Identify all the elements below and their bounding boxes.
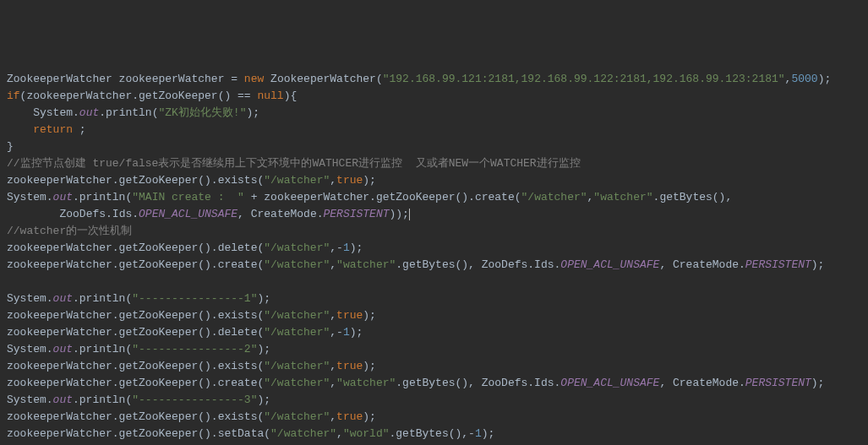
code-token: ); xyxy=(811,377,825,389)
code-token: return xyxy=(33,123,79,136)
code-token: zookeeperWatcher.getZooKeeper().create( xyxy=(7,258,264,271)
code-line[interactable]: //watcher的一次性机制 xyxy=(7,223,861,240)
code-token: null xyxy=(257,90,283,102)
code-token: ); xyxy=(257,292,270,305)
code-token: zookeeperWatcher.getZooKeeper().exists( xyxy=(7,174,264,187)
code-line[interactable]: zookeeperWatcher.getZooKeeper().delete("… xyxy=(7,324,861,341)
code-line[interactable] xyxy=(7,274,861,290)
text-cursor xyxy=(409,209,410,220)
code-token: .println( xyxy=(99,106,158,119)
code-token: ,- xyxy=(330,241,343,254)
code-token: ; xyxy=(79,123,86,136)
code-token: 5000 xyxy=(791,73,817,85)
code-token: .println( xyxy=(73,343,132,355)
code-token: "192.168.99.121:2181,192.168.99.122:2181… xyxy=(383,73,785,85)
code-token: ZooDefs.Ids. xyxy=(59,208,139,220)
code-token: "/watcher" xyxy=(264,241,330,254)
code-token: PERSISTENT xyxy=(324,208,390,220)
code-token: System. xyxy=(7,191,53,204)
code-token: ); xyxy=(350,241,363,254)
code-token: ); xyxy=(363,174,376,187)
code-token: System. xyxy=(7,292,53,305)
code-line[interactable]: System.out.println("MAIN create : " + zo… xyxy=(7,189,861,206)
code-token: "/watcher" xyxy=(521,191,587,204)
code-line[interactable]: //监控节点创建 true/false表示是否继续用上下文环境中的WATHCER… xyxy=(7,155,861,172)
code-token: "watcher" xyxy=(593,191,652,204)
code-token: + zookeeperWatcher.getZooKeeper().create… xyxy=(251,191,521,204)
code-editor[interactable]: ZookeeperWatcher zookeeperWatcher = new … xyxy=(7,71,861,445)
code-token: PERSISTENT xyxy=(745,377,811,389)
code-line[interactable]: return ; xyxy=(7,122,861,138)
code-token: "ZK初始化失败!" xyxy=(158,106,246,119)
code-token: , CreateMode. xyxy=(659,258,745,271)
code-token: ); xyxy=(257,393,270,406)
code-token: (zookeeperWatcher.getZooKeeper() == xyxy=(20,90,258,102)
code-token: PERSISTENT xyxy=(745,258,811,271)
code-token: "----------------2" xyxy=(132,343,257,355)
code-token: , xyxy=(330,360,336,372)
indent xyxy=(7,106,33,119)
code-token: .getBytes(), ZooDefs.Ids. xyxy=(396,258,560,271)
code-token: "----------------1" xyxy=(132,292,257,305)
code-token: OPEN_ACL_UNSAFE xyxy=(560,258,659,271)
code-token: 1 xyxy=(343,241,350,254)
code-line[interactable]: ZooDefs.Ids.OPEN_ACL_UNSAFE, CreateMode.… xyxy=(7,206,861,223)
indent xyxy=(7,123,33,136)
code-token: true xyxy=(336,309,363,322)
code-token: out xyxy=(53,292,73,305)
code-token: "/watcher" xyxy=(264,174,330,187)
code-token: "/watcher" xyxy=(264,360,330,372)
code-line[interactable]: if(zookeeperWatcher.getZooKeeper() == nu… xyxy=(7,88,861,105)
code-line[interactable]: zookeeperWatcher.getZooKeeper().create("… xyxy=(7,375,861,392)
code-token: ); xyxy=(363,309,376,322)
code-token: ); xyxy=(257,343,270,355)
code-token: "MAIN create : " xyxy=(132,191,250,204)
code-token: )); xyxy=(390,208,409,220)
code-token: zookeeperWatcher.getZooKeeper().delete( xyxy=(7,326,264,339)
code-token: , xyxy=(330,410,336,423)
code-token: .println( xyxy=(73,292,132,305)
code-line[interactable]: System.out.println("ZK初始化失败!"); xyxy=(7,105,861,122)
code-token: "world" xyxy=(343,427,390,440)
code-token: "watcher" xyxy=(336,377,396,389)
code-token: System. xyxy=(7,393,53,406)
code-token: "----------------3" xyxy=(132,393,257,406)
code-token: ){ xyxy=(284,90,298,102)
code-token: OPEN_ACL_UNSAFE xyxy=(139,208,237,220)
code-token: , xyxy=(330,309,336,322)
code-token: System. xyxy=(7,343,53,355)
code-line[interactable]: System.out.println("----------------1"); xyxy=(7,290,861,307)
code-line[interactable]: zookeeperWatcher.getZooKeeper().exists("… xyxy=(7,307,861,324)
code-line[interactable]: zookeeperWatcher.getZooKeeper().setData(… xyxy=(7,426,861,442)
code-token: if xyxy=(7,90,20,102)
code-line[interactable]: System.out.println("----------------3"); xyxy=(7,392,861,409)
code-token: } xyxy=(7,140,14,153)
code-token: ,- xyxy=(330,326,343,339)
code-token: zookeeperWatcher.getZooKeeper().create( xyxy=(7,377,264,389)
code-token: true xyxy=(336,360,363,372)
code-token: , xyxy=(330,377,336,389)
code-token: .println( xyxy=(73,393,132,406)
code-line[interactable]: } xyxy=(7,138,861,155)
code-token: ); xyxy=(350,326,363,339)
indent xyxy=(7,208,59,220)
code-line[interactable]: zookeeperWatcher.getZooKeeper().exists("… xyxy=(7,409,861,426)
code-line[interactable]: System.out.println("----------------2"); xyxy=(7,341,861,358)
code-token: , xyxy=(330,258,336,271)
code-token: ZookeeperWatcher( xyxy=(270,73,383,85)
code-line[interactable]: zookeeperWatcher.getZooKeeper().exists("… xyxy=(7,358,861,375)
code-token: , xyxy=(330,174,336,187)
code-token: .getBytes(), ZooDefs.Ids. xyxy=(396,377,560,389)
code-token: zookeeperWatcher.getZooKeeper().exists( xyxy=(7,360,264,372)
code-line[interactable]: zookeeperWatcher.getZooKeeper().exists("… xyxy=(7,172,861,189)
code-token: "/watcher" xyxy=(270,427,336,440)
code-token: ); xyxy=(818,73,832,85)
code-token: //监控节点创建 true/false表示是否继续用上下文环境中的WATHCER… xyxy=(7,157,581,170)
code-line[interactable]: zookeeperWatcher.getZooKeeper().delete("… xyxy=(7,240,861,257)
code-token: "/watcher" xyxy=(264,309,330,322)
code-token: out xyxy=(53,343,73,355)
code-line[interactable]: ZookeeperWatcher zookeeperWatcher = new … xyxy=(7,71,861,88)
code-token: out xyxy=(53,393,73,406)
code-token: OPEN_ACL_UNSAFE xyxy=(560,377,659,389)
code-line[interactable]: zookeeperWatcher.getZooKeeper().create("… xyxy=(7,257,861,274)
